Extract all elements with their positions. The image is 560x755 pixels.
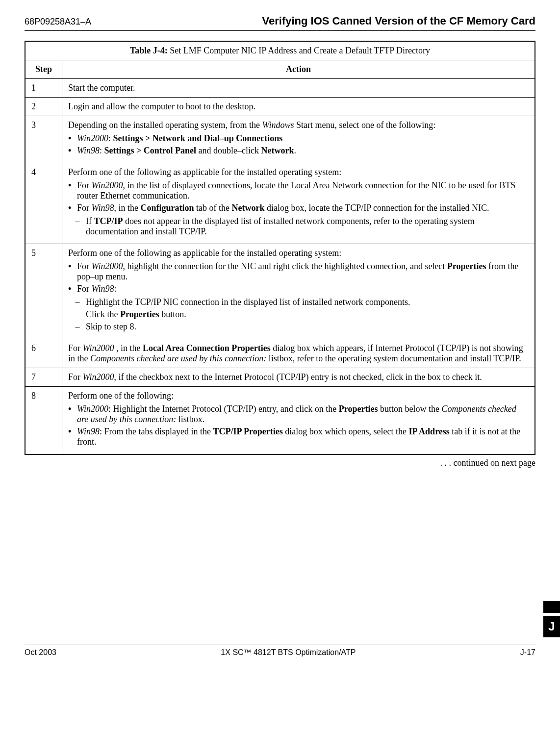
text: : bbox=[100, 146, 104, 155]
text: dialog box, locate the TCP/IP connection… bbox=[265, 203, 489, 213]
text: Win98 bbox=[92, 284, 114, 294]
text: For bbox=[77, 180, 92, 190]
step-action: Perform one of the following as applicab… bbox=[62, 244, 535, 339]
text: Win2000 bbox=[92, 261, 123, 271]
text: Start menu, select one of the following: bbox=[294, 120, 435, 130]
step-number: 7 bbox=[25, 368, 62, 387]
table-row: 7 For Win2000, if the checkbox next to t… bbox=[25, 368, 535, 387]
text: Depending on the installed operating sys… bbox=[68, 120, 262, 130]
step-action: For Win2000, if the checkbox next to the… bbox=[62, 368, 535, 387]
text: Win2000 bbox=[77, 404, 108, 414]
table-row: 8 Perform one of the following: Win2000:… bbox=[25, 387, 535, 455]
text: : From the tabs displayed in the bbox=[100, 427, 213, 436]
step-action: Depending on the installed operating sys… bbox=[62, 116, 535, 163]
text: Win98 bbox=[92, 203, 114, 213]
text: For bbox=[77, 261, 92, 271]
table-row: 6 For Win2000 , in the Local Area Connec… bbox=[25, 339, 535, 368]
text: , in the bbox=[114, 203, 141, 213]
text: If bbox=[86, 216, 94, 226]
text: Win98 bbox=[77, 427, 100, 436]
step-number: 1 bbox=[25, 79, 62, 98]
text: and double–click bbox=[196, 146, 261, 155]
side-tab-blank bbox=[543, 601, 560, 613]
text: TCP/IP bbox=[94, 216, 123, 226]
text: Settings > Network and Dial–up Connectio… bbox=[113, 133, 283, 143]
step-action: Login and allow the computer to boot to … bbox=[62, 98, 535, 116]
text: Skip to step bbox=[86, 322, 130, 331]
list-item: For Win98: bbox=[77, 284, 529, 294]
text: Windows bbox=[262, 120, 294, 130]
text: Perform one of the following as applicab… bbox=[68, 248, 341, 258]
text: For bbox=[77, 284, 92, 294]
table-row: 2 Login and allow the computer to boot t… bbox=[25, 98, 535, 116]
step-number: 2 bbox=[25, 98, 62, 116]
text: Win2000 bbox=[77, 133, 108, 143]
text: Properties bbox=[447, 261, 486, 271]
text: For bbox=[77, 203, 92, 213]
list-item: Skip to step 8. bbox=[86, 322, 529, 332]
text: Settings > Control Panel bbox=[104, 146, 196, 155]
text: dialog box which opens, select the bbox=[283, 427, 409, 436]
text: : bbox=[108, 133, 113, 143]
text: For bbox=[68, 372, 83, 382]
text: Properties bbox=[120, 309, 159, 319]
text: Perform one of the following as applicab… bbox=[68, 167, 341, 177]
step-action: Perform one of the following: Win2000: H… bbox=[62, 387, 535, 455]
text: button. bbox=[159, 309, 186, 319]
text: Win2000 bbox=[83, 372, 114, 382]
step-number: 6 bbox=[25, 339, 62, 368]
text: Win2000 bbox=[92, 180, 123, 190]
list-item: Win98: From the tabs displayed in the TC… bbox=[77, 427, 529, 447]
step-number: 3 bbox=[25, 116, 62, 163]
text: : Highlight the Internet Protocol (TCP/I… bbox=[108, 404, 339, 414]
text: : bbox=[114, 284, 117, 294]
column-header-action: Action bbox=[62, 60, 535, 79]
list-item: Win98: Settings > Control Panel and doub… bbox=[77, 146, 529, 156]
text: tab of the bbox=[194, 203, 232, 213]
page-footer: J Oct 2003 1X SC™ 4812T BTS Optimization… bbox=[25, 645, 535, 657]
text: , in the bbox=[114, 343, 143, 353]
text: . bbox=[134, 322, 137, 331]
continued-label: . . . continued on next page bbox=[25, 458, 535, 468]
list-item: For Win2000, highlight the connection fo… bbox=[77, 261, 529, 282]
text: Network bbox=[261, 146, 294, 155]
table-row: 3 Depending on the installed operating s… bbox=[25, 116, 535, 163]
text: , highlight the connection for the NIC a… bbox=[123, 261, 447, 271]
text: For bbox=[68, 343, 83, 353]
step-number: 4 bbox=[25, 163, 62, 244]
text: . bbox=[294, 146, 296, 155]
page-header: 68P09258A31–A Verifying IOS Canned Versi… bbox=[25, 15, 535, 31]
list-item: For Win2000, in the list of displayed co… bbox=[77, 180, 529, 201]
text: does not appear in the displayed list of… bbox=[86, 216, 475, 236]
text: Components checked are used by this conn… bbox=[90, 353, 266, 363]
text: Properties bbox=[339, 404, 378, 414]
list-item: For Win98, in the Configuration tab of t… bbox=[77, 203, 529, 213]
step-action: For Win2000 , in the Local Area Connecti… bbox=[62, 339, 535, 368]
document-id: 68P09258A31–A bbox=[25, 17, 91, 27]
table-caption: Set LMF Computer NIC IP Address and Crea… bbox=[168, 46, 430, 55]
step-number: 8 bbox=[25, 387, 62, 455]
table-label: Table J-4: bbox=[130, 46, 168, 55]
table-title-row: Table J-4: Set LMF Computer NIC IP Addre… bbox=[25, 41, 535, 60]
text: Perform one of the following: bbox=[68, 391, 174, 401]
footer-date: Oct 2003 bbox=[25, 648, 56, 657]
text: listbox. bbox=[176, 414, 204, 424]
step-action: Start the computer. bbox=[62, 79, 535, 98]
procedure-table: Table J-4: Set LMF Computer NIC IP Addre… bbox=[25, 41, 535, 455]
text: Network bbox=[232, 203, 265, 213]
text: , if the checkbox next to the Internet P… bbox=[114, 372, 482, 382]
list-item: Highlight the TCP/IP NIC connection in t… bbox=[86, 297, 529, 307]
text: button below the bbox=[378, 404, 441, 414]
table-row: 4 Perform one of the following as applic… bbox=[25, 163, 535, 244]
step-link[interactable]: 8 bbox=[130, 322, 134, 331]
text: Win2000 bbox=[83, 343, 114, 353]
text: Configuration bbox=[141, 203, 194, 213]
list-item: Click the Properties button. bbox=[86, 309, 529, 320]
text: IP Address bbox=[409, 427, 450, 436]
appendix-tab: J bbox=[543, 616, 560, 637]
text: listbox, refer to the operating system d… bbox=[266, 353, 521, 363]
list-item: If TCP/IP does not appear in the display… bbox=[86, 216, 529, 237]
list-item: Win2000: Settings > Network and Dial–up … bbox=[77, 133, 529, 144]
text: , in the list of displayed connections, … bbox=[77, 180, 515, 201]
text: TCP/IP Properties bbox=[213, 427, 282, 436]
